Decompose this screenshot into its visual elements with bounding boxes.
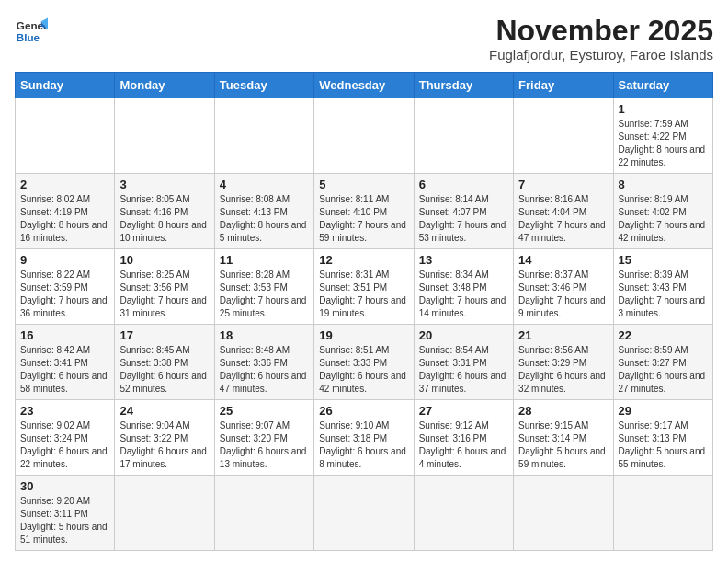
calendar-cell: 26Sunrise: 9:10 AM Sunset: 3:18 PM Dayli… <box>314 400 414 476</box>
day-number: 17 <box>119 328 209 342</box>
calendar-cell: 20Sunrise: 8:54 AM Sunset: 3:31 PM Dayli… <box>414 325 513 400</box>
day-info: Sunrise: 8:08 AM Sunset: 4:13 PM Dayligh… <box>220 193 309 245</box>
day-number: 7 <box>518 178 608 191</box>
month-year-title: November 2025 <box>489 15 713 47</box>
calendar-cell: 14Sunrise: 8:37 AM Sunset: 3:46 PM Dayli… <box>514 249 613 325</box>
calendar-cell <box>613 476 712 551</box>
day-number: 16 <box>20 328 109 342</box>
day-info: Sunrise: 8:14 AM Sunset: 4:07 PM Dayligh… <box>419 193 508 245</box>
calendar-cell: 15Sunrise: 8:39 AM Sunset: 3:43 PM Dayli… <box>613 249 712 325</box>
day-info: Sunrise: 9:15 AM Sunset: 3:14 PM Dayligh… <box>518 419 608 471</box>
calendar-cell <box>115 476 214 551</box>
weekday-header-friday: Friday <box>514 73 613 98</box>
day-number: 19 <box>319 328 408 342</box>
weekday-header-wednesday: Wednesday <box>314 73 414 98</box>
day-info: Sunrise: 9:02 AM Sunset: 3:24 PM Dayligh… <box>20 419 109 471</box>
calendar-cell: 28Sunrise: 9:15 AM Sunset: 3:14 PM Dayli… <box>514 400 613 476</box>
day-info: Sunrise: 9:12 AM Sunset: 3:16 PM Dayligh… <box>419 419 508 471</box>
calendar-cell: 16Sunrise: 8:42 AM Sunset: 3:41 PM Dayli… <box>16 325 115 400</box>
day-number: 1 <box>619 102 708 116</box>
day-info: Sunrise: 8:51 AM Sunset: 3:33 PM Dayligh… <box>319 344 408 396</box>
day-info: Sunrise: 8:42 AM Sunset: 3:41 PM Dayligh… <box>20 344 109 396</box>
calendar-cell <box>414 98 513 174</box>
day-info: Sunrise: 8:31 AM Sunset: 3:51 PM Dayligh… <box>319 269 408 320</box>
calendar-cell: 29Sunrise: 9:17 AM Sunset: 3:13 PM Dayli… <box>613 400 712 476</box>
day-info: Sunrise: 8:19 AM Sunset: 4:02 PM Dayligh… <box>619 193 708 245</box>
calendar-cell: 13Sunrise: 8:34 AM Sunset: 3:48 PM Dayli… <box>414 249 513 325</box>
day-number: 22 <box>619 328 708 342</box>
calendar-cell: 19Sunrise: 8:51 AM Sunset: 3:33 PM Dayli… <box>314 325 414 400</box>
calendar-cell: 9Sunrise: 8:22 AM Sunset: 3:59 PM Daylig… <box>16 249 115 325</box>
day-number: 3 <box>119 178 209 191</box>
calendar-cell <box>115 98 214 174</box>
day-info: Sunrise: 8:05 AM Sunset: 4:16 PM Dayligh… <box>119 193 209 245</box>
calendar-cell: 21Sunrise: 8:56 AM Sunset: 3:29 PM Dayli… <box>514 325 613 400</box>
day-number: 20 <box>419 328 508 342</box>
calendar-week-row: 1Sunrise: 7:59 AM Sunset: 4:22 PM Daylig… <box>16 98 713 174</box>
day-info: Sunrise: 8:16 AM Sunset: 4:04 PM Dayligh… <box>518 193 608 245</box>
day-info: Sunrise: 8:59 AM Sunset: 3:27 PM Dayligh… <box>619 344 708 396</box>
calendar-cell <box>514 476 613 551</box>
day-number: 15 <box>619 253 708 267</box>
weekday-header-monday: Monday <box>115 73 214 98</box>
day-number: 24 <box>119 404 209 418</box>
logo: General Blue <box>15 15 48 48</box>
calendar-table: SundayMondayTuesdayWednesdayThursdayFrid… <box>15 72 713 551</box>
day-number: 21 <box>518 328 608 342</box>
day-number: 13 <box>419 253 508 267</box>
day-number: 2 <box>20 178 109 191</box>
calendar-cell: 6Sunrise: 8:14 AM Sunset: 4:07 PM Daylig… <box>414 174 513 249</box>
calendar-cell: 17Sunrise: 8:45 AM Sunset: 3:38 PM Dayli… <box>115 325 214 400</box>
day-number: 14 <box>518 253 608 267</box>
calendar-cell: 12Sunrise: 8:31 AM Sunset: 3:51 PM Dayli… <box>314 249 414 325</box>
calendar-cell: 18Sunrise: 8:48 AM Sunset: 3:36 PM Dayli… <box>214 325 313 400</box>
calendar-cell: 22Sunrise: 8:59 AM Sunset: 3:27 PM Dayli… <box>613 325 712 400</box>
calendar-cell <box>214 476 313 551</box>
day-info: Sunrise: 9:07 AM Sunset: 3:20 PM Dayligh… <box>220 419 309 471</box>
day-number: 9 <box>20 253 109 267</box>
calendar-week-row: 16Sunrise: 8:42 AM Sunset: 3:41 PM Dayli… <box>16 325 713 400</box>
day-number: 28 <box>518 404 608 418</box>
day-number: 29 <box>619 404 708 418</box>
calendar-cell <box>314 98 414 174</box>
day-number: 18 <box>220 328 309 342</box>
day-number: 23 <box>20 404 109 418</box>
day-info: Sunrise: 8:56 AM Sunset: 3:29 PM Dayligh… <box>518 344 608 396</box>
weekday-header-tuesday: Tuesday <box>214 73 313 98</box>
day-info: Sunrise: 8:25 AM Sunset: 3:56 PM Dayligh… <box>119 269 209 320</box>
calendar-week-row: 2Sunrise: 8:02 AM Sunset: 4:19 PM Daylig… <box>16 174 713 249</box>
calendar-cell: 23Sunrise: 9:02 AM Sunset: 3:24 PM Dayli… <box>16 400 115 476</box>
calendar-cell: 24Sunrise: 9:04 AM Sunset: 3:22 PM Dayli… <box>115 400 214 476</box>
day-number: 11 <box>220 253 309 267</box>
day-number: 4 <box>220 178 309 191</box>
title-section: November 2025 Fuglafjordur, Eysturoy, Fa… <box>489 15 713 63</box>
calendar-cell: 8Sunrise: 8:19 AM Sunset: 4:02 PM Daylig… <box>613 174 712 249</box>
calendar-cell: 3Sunrise: 8:05 AM Sunset: 4:16 PM Daylig… <box>115 174 214 249</box>
calendar-cell: 7Sunrise: 8:16 AM Sunset: 4:04 PM Daylig… <box>514 174 613 249</box>
day-info: Sunrise: 8:37 AM Sunset: 3:46 PM Dayligh… <box>518 269 608 320</box>
calendar-cell: 1Sunrise: 7:59 AM Sunset: 4:22 PM Daylig… <box>613 98 712 174</box>
weekday-header-saturday: Saturday <box>613 73 712 98</box>
calendar-cell <box>514 98 613 174</box>
calendar-cell: 30Sunrise: 9:20 AM Sunset: 3:11 PM Dayli… <box>16 476 115 551</box>
calendar-cell <box>314 476 414 551</box>
calendar-cell <box>16 98 115 174</box>
day-number: 30 <box>20 479 109 493</box>
day-info: Sunrise: 9:04 AM Sunset: 3:22 PM Dayligh… <box>119 419 209 471</box>
page-header: General Blue November 2025 Fuglafjordur,… <box>15 15 713 63</box>
day-info: Sunrise: 8:34 AM Sunset: 3:48 PM Dayligh… <box>419 269 508 320</box>
day-info: Sunrise: 8:28 AM Sunset: 3:53 PM Dayligh… <box>220 269 309 320</box>
logo-icon: General Blue <box>15 15 48 48</box>
day-info: Sunrise: 9:17 AM Sunset: 3:13 PM Dayligh… <box>619 419 708 471</box>
day-info: Sunrise: 7:59 AM Sunset: 4:22 PM Dayligh… <box>619 118 708 169</box>
day-info: Sunrise: 9:20 AM Sunset: 3:11 PM Dayligh… <box>20 495 109 546</box>
calendar-cell: 11Sunrise: 8:28 AM Sunset: 3:53 PM Dayli… <box>214 249 313 325</box>
calendar-cell <box>414 476 513 551</box>
day-info: Sunrise: 8:48 AM Sunset: 3:36 PM Dayligh… <box>220 344 309 396</box>
svg-text:Blue: Blue <box>17 31 40 43</box>
day-number: 6 <box>419 178 508 191</box>
day-number: 12 <box>319 253 408 267</box>
day-info: Sunrise: 8:11 AM Sunset: 4:10 PM Dayligh… <box>319 193 408 245</box>
calendar-cell: 27Sunrise: 9:12 AM Sunset: 3:16 PM Dayli… <box>414 400 513 476</box>
day-info: Sunrise: 8:02 AM Sunset: 4:19 PM Dayligh… <box>20 193 109 245</box>
